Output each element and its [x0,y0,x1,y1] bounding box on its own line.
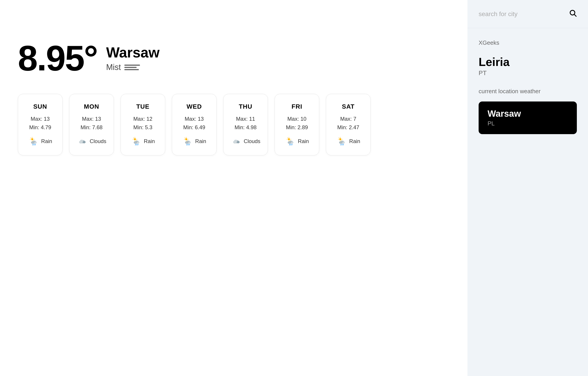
forecast-card: THU Max: 11Min: 4.98 Clouds [223,94,268,155]
city-name: Warsaw [106,44,160,61]
svg-line-35 [185,138,185,138]
svg-line-5 [31,138,31,138]
svg-line-71 [342,144,342,145]
day-label: SUN [33,103,47,110]
condition-label: Rain [298,138,309,144]
svg-line-53 [290,140,290,141]
svg-point-0 [31,138,33,140]
city-info: Warsaw Mist [106,44,160,72]
svg-line-27 [135,144,136,145]
condition-label: Rain [144,138,155,144]
forecast-card: TUE Max: 12Min: 5.3 [121,94,165,155]
weather-icon-row: Clouds [77,136,106,146]
svg-point-39 [189,142,191,144]
current-location-city-country: PL [488,120,568,127]
forecast-card: WED Max: 13Min: 6.49 [172,94,217,155]
forecast-row: SUN Max: 13Min: 4.79 [18,94,450,155]
svg-point-47 [288,138,290,140]
svg-line-41 [188,144,189,145]
svg-line-65 [339,138,339,138]
weather-icon-row: Clouds [231,136,261,146]
svg-line-36 [188,140,188,141]
svg-line-58 [291,144,291,145]
svg-line-22 [134,138,134,138]
condition-label: Clouds [90,138,106,144]
svg-line-10 [32,144,33,145]
svg-point-8 [31,141,34,144]
current-location-label: current location weather [479,88,577,95]
svg-point-69 [342,142,345,144]
sidebar-body: XGeeks Leiria PT current location weathe… [467,28,588,376]
svg-line-11 [34,144,34,145]
main-content: 8.95° Warsaw Mist SUN Max: 13Min: 4.79 [0,0,467,376]
search-input[interactable] [479,11,569,18]
condition-label: Rain [41,138,52,144]
sidebar: XGeeks Leiria PT current location weathe… [467,0,588,376]
svg-point-68 [339,141,342,144]
svg-line-12 [35,144,35,145]
day-label: FRI [292,103,302,110]
day-label: WED [187,103,202,110]
temp-range: Max: 7Min: 2.47 [337,115,359,132]
condition-label: Rain [195,138,206,144]
svg-line-74 [574,14,576,16]
svg-point-30 [185,138,187,140]
mist-line-2 [124,67,136,68]
day-label: TUE [136,103,150,110]
mist-icon [124,65,140,70]
condition-label: Rain [349,138,360,144]
svg-line-72 [343,144,344,145]
temp-range: Max: 13Min: 7.68 [81,115,103,132]
temp-range: Max: 10Min: 2.89 [286,115,308,132]
mist-line-3 [124,69,139,70]
forecast-card: SAT Max: 7Min: 2.47 [326,94,371,155]
search-bar[interactable] [467,0,588,28]
svg-point-38 [185,141,189,144]
featured-city-country: PT [479,69,577,77]
weather-icon-row: Rain [28,136,52,146]
svg-line-28 [136,144,137,145]
search-icon[interactable] [569,9,577,19]
day-label: THU [239,103,252,110]
brand-label: XGeeks [479,39,577,46]
temp-range: Max: 13Min: 4.79 [29,115,51,132]
svg-point-56 [291,142,294,144]
forecast-card: MON Max: 13Min: 7.68 Clouds [69,94,114,155]
svg-point-55 [288,141,291,144]
current-location-city-name: Warsaw [488,109,568,119]
svg-line-6 [33,140,34,141]
featured-city-name: Leiria [479,55,577,69]
svg-line-70 [341,144,341,145]
temp-range: Max: 13Min: 6.49 [183,115,205,132]
svg-point-60 [339,138,341,140]
svg-line-42 [189,144,189,145]
svg-line-52 [287,138,288,138]
svg-line-57 [289,144,290,145]
svg-point-26 [137,142,139,144]
weather-icon-row: Rain [182,136,206,146]
forecast-card: FRI Max: 10Min: 2.89 [274,94,319,155]
featured-city: Leiria PT [479,55,577,77]
svg-point-9 [34,142,37,144]
forecast-card: SUN Max: 13Min: 4.79 [18,94,63,155]
svg-line-59 [292,144,292,145]
svg-line-66 [342,140,342,141]
mist-line-1 [124,65,140,66]
temp-range: Max: 11Min: 4.98 [235,115,257,132]
weather-icon-row: Rain [285,136,309,146]
svg-line-40 [187,144,187,145]
temp-range: Max: 12Min: 5.3 [133,115,152,132]
condition-row: Mist [106,63,160,72]
weather-icon-row: Rain [336,136,360,146]
svg-line-23 [136,140,136,141]
svg-line-29 [138,144,138,145]
condition-label: Clouds [244,138,261,144]
svg-point-46 [234,140,237,142]
day-label: SAT [342,103,355,110]
current-weather: 8.95° Warsaw Mist [18,40,450,76]
condition-text: Mist [106,63,121,72]
current-location-city-item[interactable]: Warsaw PL [479,101,577,134]
svg-point-25 [134,141,137,144]
svg-point-17 [134,138,136,140]
day-label: MON [84,103,99,110]
